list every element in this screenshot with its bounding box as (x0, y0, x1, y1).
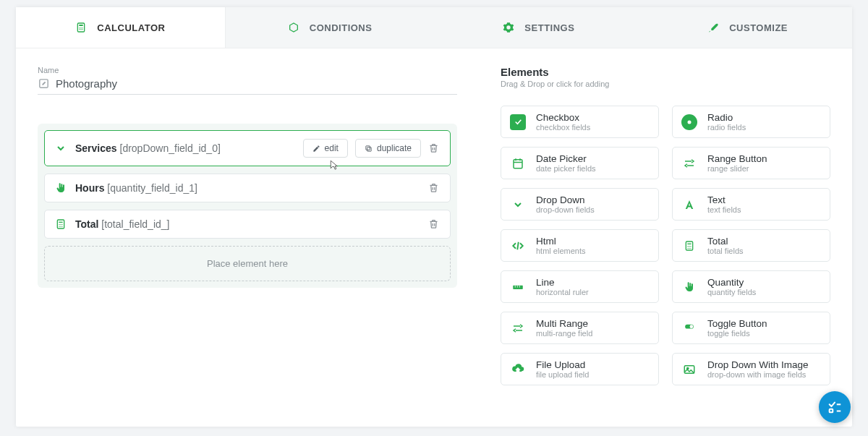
svg-rect-9 (367, 147, 372, 151)
element-card-total[interactable]: Total total fields (672, 229, 830, 262)
element-card-line[interactable]: Line horizontal ruler (501, 270, 659, 303)
tab-label: CALCULATOR (97, 22, 165, 33)
svg-point-38 (690, 247, 691, 248)
element-desc: radio fields (707, 123, 746, 132)
tab-label: CUSTOMIZE (729, 22, 788, 33)
name-label: Name (38, 66, 457, 74)
svg-point-17 (59, 224, 59, 225)
element-card-range-button[interactable]: Range Button range slider (672, 147, 830, 179)
tab-label: SETTINGS (524, 22, 574, 33)
element-card-radio[interactable]: Radio radio fields (672, 106, 830, 138)
field-row[interactable]: Total [total_field_id_] (44, 210, 451, 239)
element-card-file-upload[interactable]: File Upload file upload field (501, 353, 659, 385)
tab-settings[interactable]: SETTINGS (435, 7, 644, 48)
element-card-drop-down[interactable]: Drop Down drop-down fields (501, 188, 659, 221)
help-fab-button[interactable] (819, 391, 851, 423)
field-row[interactable]: Hours [quantity_field_id_1] (44, 174, 451, 202)
radio-circle-icon (681, 114, 697, 130)
svg-point-4 (82, 27, 83, 28)
trash-icon[interactable] (428, 218, 440, 230)
element-title: Line (536, 277, 589, 288)
svg-rect-1 (80, 25, 83, 26)
element-title: Date Picker (536, 153, 596, 164)
element-card-html[interactable]: Html html elements (501, 229, 659, 262)
svg-point-36 (687, 247, 688, 248)
svg-point-21 (60, 226, 61, 227)
calc-icon (55, 218, 67, 230)
element-title: Total (707, 236, 744, 247)
element-text: Checkbox checkbox fields (536, 112, 590, 132)
tab-bar: CALCULATORCONDITIONSSETTINGSCUSTOMIZE (16, 7, 852, 48)
code-icon (510, 238, 526, 254)
element-desc: horizontal ruler (536, 288, 589, 296)
element-desc: quantity fields (707, 288, 756, 296)
duplicate-button[interactable]: duplicate (355, 139, 421, 158)
elements-heading: Elements (501, 66, 830, 78)
elements-subheading: Drag & Drop or click for adding (501, 80, 830, 88)
element-card-text[interactable]: Text text fields (672, 188, 830, 221)
svg-point-35 (690, 246, 691, 247)
element-title: Text (707, 195, 741, 205)
element-text: Drop Down drop-down fields (536, 195, 595, 214)
element-title: Drop Down With Image (707, 359, 809, 370)
tab-customize[interactable]: CUSTOMIZE (643, 7, 852, 48)
pencil-square-icon (38, 77, 50, 90)
element-text: Quantity quantity fields (707, 277, 756, 296)
element-title: Checkbox (536, 112, 590, 123)
trash-icon[interactable] (428, 142, 440, 154)
field-title: Services [dropDown_field_id_0] (75, 142, 221, 154)
element-desc: date picker fields (536, 164, 596, 173)
calc-icon (681, 238, 697, 254)
text-a-icon (681, 197, 697, 213)
svg-point-33 (687, 246, 688, 247)
element-desc: text fields (707, 205, 741, 214)
element-card-date-picker[interactable]: Date Picker date picker fields (501, 147, 659, 179)
element-card-drop-down-with-image[interactable]: Drop Down With Image drop-down with imag… (672, 353, 830, 385)
svg-point-20 (59, 226, 59, 227)
field-row[interactable]: Services [dropDown_field_id_0] edit dupl… (44, 130, 451, 166)
element-desc: html elements (536, 247, 585, 255)
element-card-toggle-button[interactable]: Toggle Button toggle fields (672, 312, 830, 344)
range-icon (510, 320, 526, 336)
element-text: Radio radio fields (707, 112, 746, 132)
range-icon (681, 155, 697, 171)
tab-calculator[interactable]: CALCULATOR (16, 7, 226, 48)
svg-point-5 (80, 29, 80, 30)
elements-grid: Checkbox checkbox fields Radio radio fie… (501, 106, 830, 385)
calculator-name-input[interactable] (56, 77, 457, 90)
chevron-icon (55, 142, 67, 154)
image-icon (681, 362, 697, 377)
svg-rect-26 (514, 159, 522, 168)
element-text: Line horizontal ruler (536, 277, 589, 296)
drop-placeholder[interactable]: Place element here (44, 246, 451, 281)
element-text: Total total fields (707, 236, 744, 255)
svg-line-30 (517, 241, 519, 249)
element-desc: multi-range field (536, 329, 592, 338)
pencil-icon (312, 145, 320, 153)
element-card-checkbox[interactable]: Checkbox checkbox fields (501, 106, 659, 138)
tab-conditions[interactable]: CONDITIONS (226, 7, 435, 48)
gear-icon (503, 22, 514, 33)
element-title: Drop Down (536, 195, 595, 205)
svg-point-25 (688, 120, 692, 124)
element-text: Date Picker date picker fields (536, 153, 596, 173)
field-actions (428, 218, 440, 230)
trash-icon[interactable] (428, 182, 440, 194)
element-title: File Upload (536, 359, 589, 370)
element-desc: range slider (707, 164, 767, 173)
element-card-quantity[interactable]: Quantity quantity fields (672, 270, 830, 303)
edit-button[interactable]: edit (303, 139, 348, 158)
svg-point-19 (61, 224, 62, 225)
svg-point-22 (61, 226, 62, 227)
elements-column: Elements Drag & Drop or click for adding… (501, 66, 830, 385)
main-content: Name Services [dropDown_field_id_0] edit… (16, 48, 852, 396)
field-actions (428, 182, 440, 194)
svg-rect-39 (513, 285, 523, 288)
cube-icon (288, 22, 299, 33)
upload-icon (510, 362, 526, 377)
element-text: Html html elements (536, 236, 585, 255)
element-text: Toggle Button toggle fields (707, 318, 767, 338)
element-card-multi-range[interactable]: Multi Range multi-range field (501, 312, 659, 344)
svg-point-7 (82, 29, 83, 30)
edit-label: edit (325, 143, 339, 153)
